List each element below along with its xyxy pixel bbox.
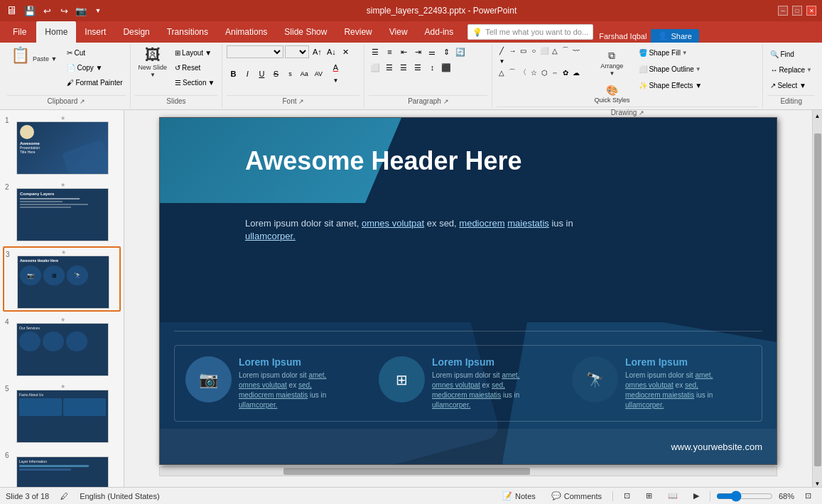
- italic-btn[interactable]: I: [241, 67, 254, 80]
- comments-button[interactable]: 💬 Comments: [546, 489, 607, 503]
- underline-btn[interactable]: U: [255, 67, 268, 80]
- slide-sorter-btn[interactable]: ⊞: [641, 489, 657, 503]
- slideshow-btn[interactable]: ▶: [688, 489, 704, 503]
- v-scrollbar[interactable]: ▲ ▼: [812, 110, 822, 487]
- undo-qat-btn[interactable]: ↩: [40, 4, 54, 18]
- change-case-btn[interactable]: Aa: [298, 67, 310, 80]
- char-spacing-btn[interactable]: AV: [312, 67, 325, 80]
- tab-file[interactable]: File: [3, 21, 36, 43]
- h-scroll-thumb[interactable]: [283, 468, 530, 475]
- font-expand[interactable]: ↗: [298, 98, 304, 105]
- slide-subtitle[interactable]: Lorem ipsum dolor sit amet, omnes volutp…: [245, 217, 762, 243]
- columns-btn[interactable]: ⚌: [426, 45, 438, 58]
- strikethrough-btn[interactable]: S: [269, 67, 282, 80]
- align-left-btn[interactable]: ⬜: [369, 61, 382, 74]
- paste-label[interactable]: Paste ▼: [31, 55, 59, 63]
- shape-circle[interactable]: ○: [529, 45, 539, 55]
- shape-2-6[interactable]: ⎓: [550, 67, 560, 77]
- canvas-scroll[interactable]: LOGO Awesome Header Here Lorem ipsum dol…: [124, 110, 812, 487]
- account-name[interactable]: Farshad Iqbal: [599, 32, 647, 40]
- tab-view[interactable]: View: [381, 21, 416, 43]
- decrease-indent-btn[interactable]: ⇤: [397, 45, 410, 58]
- tab-slideshow[interactable]: Slide Show: [276, 21, 335, 43]
- tab-home[interactable]: Home: [36, 21, 76, 43]
- text-direction-btn[interactable]: ⇕: [440, 45, 453, 58]
- justify-btn[interactable]: ☰: [411, 61, 424, 74]
- clear-format-btn[interactable]: ✕: [339, 45, 352, 58]
- tell-me-box[interactable]: 💡 Tell me what you want to do...: [467, 24, 593, 40]
- tab-transitions[interactable]: Transitions: [158, 21, 217, 43]
- font-size-select[interactable]: [285, 45, 309, 58]
- shape-freeform[interactable]: 〰: [571, 45, 581, 55]
- line-spacing-btn[interactable]: ↕: [426, 61, 438, 74]
- tab-addins[interactable]: Add-ins: [416, 21, 463, 43]
- v-scroll-thumb[interactable]: [814, 133, 821, 466]
- clipboard-expand[interactable]: ↗: [80, 98, 85, 105]
- slide-card-3[interactable]: 🔭 Lorem Ipsum Lorem ipsum dolor sit amet…: [572, 356, 751, 410]
- shape-2-7[interactable]: ✿: [561, 67, 570, 77]
- minimize-btn[interactable]: ─: [778, 6, 788, 16]
- slide-title[interactable]: Awesome Header Here: [245, 146, 762, 176]
- slide-item-3[interactable]: 3 ★ Awesome Header Here 📷 ⊞: [3, 246, 121, 312]
- tab-animations[interactable]: Animations: [217, 21, 276, 43]
- format-painter-button[interactable]: 🖌 Format Painter: [64, 75, 125, 89]
- shape-curve[interactable]: ⌒: [561, 45, 570, 55]
- slide-item-2[interactable]: 2 ★ Company Layers: [3, 180, 121, 243]
- font-name-select[interactable]: [227, 45, 283, 58]
- customize-qat-btn[interactable]: ▼: [91, 4, 105, 18]
- reading-view-btn[interactable]: 📖: [663, 489, 683, 503]
- shape-2-5[interactable]: ⬡: [539, 67, 549, 77]
- slide-card-2[interactable]: ⊞ Lorem Ipsum Lorem ipsum dolor sit amet…: [379, 356, 558, 410]
- shadow-btn[interactable]: s: [283, 67, 296, 80]
- convert-btn[interactable]: 🔄: [454, 45, 467, 58]
- numbered-list-btn[interactable]: ≡: [383, 45, 396, 58]
- shape-outline-button[interactable]: ⬜ Shape Outline ▼: [636, 62, 705, 76]
- tab-design[interactable]: Design: [114, 21, 158, 43]
- shape-triangle[interactable]: △: [550, 45, 560, 55]
- tab-review[interactable]: Review: [335, 21, 380, 43]
- new-slide-button[interactable]: 🖼 New Slide ▼: [135, 45, 171, 80]
- slide-canvas[interactable]: LOGO Awesome Header Here Lorem ipsum dol…: [159, 117, 777, 465]
- fit-slide-btn[interactable]: ⊡: [800, 489, 816, 503]
- shape-rect[interactable]: ▭: [518, 45, 528, 55]
- tab-insert[interactable]: Insert: [76, 21, 114, 43]
- shape-fill-button[interactable]: 🪣 Shape Fill ▼: [636, 45, 705, 60]
- slide-card-1[interactable]: 📷 Lorem Ipsum Lorem ipsum dolor sit amet…: [185, 356, 364, 410]
- v-scroll-down[interactable]: ▼: [815, 481, 821, 487]
- align-center-btn[interactable]: ☰: [383, 61, 396, 74]
- find-button[interactable]: 🔍 Find: [767, 47, 796, 61]
- normal-view-btn[interactable]: ⊡: [619, 489, 635, 503]
- paste-button[interactable]: 📋 Paste ▼: [7, 45, 63, 64]
- shape-2-4[interactable]: ☆: [529, 67, 539, 77]
- bold-btn[interactable]: B: [227, 67, 239, 80]
- font-color-arrow[interactable]: ▼: [329, 74, 342, 87]
- arrange-button[interactable]: ⧉ Arrange ▼: [590, 45, 633, 81]
- select-button[interactable]: ↗ Select ▼: [767, 78, 809, 92]
- add-remove-cols-btn[interactable]: ⬛: [440, 61, 453, 74]
- shape-2-3[interactable]: 〈: [518, 67, 528, 77]
- paragraph-expand[interactable]: ↗: [443, 98, 449, 105]
- decrease-font-btn[interactable]: A↓: [325, 45, 337, 58]
- increase-indent-btn[interactable]: ⇥: [411, 45, 424, 58]
- slide-item-1[interactable]: 1 ★ Awesome Presentation Title Here: [3, 113, 121, 177]
- shape-arrow[interactable]: →: [507, 45, 517, 55]
- font-color-btn[interactable]: A: [329, 61, 342, 74]
- shape-2-2[interactable]: ⌒: [507, 67, 517, 77]
- redo-qat-btn[interactable]: ↪: [57, 4, 71, 18]
- replace-button[interactable]: ↔ Replace ▼: [767, 62, 815, 77]
- share-button[interactable]: 👤 Share: [651, 29, 698, 43]
- save-qat-btn[interactable]: 💾: [23, 4, 37, 18]
- increase-font-btn[interactable]: A↑: [310, 45, 323, 58]
- shape-line[interactable]: ╱: [497, 45, 507, 55]
- copy-button[interactable]: 📄 Copy ▼: [64, 60, 125, 75]
- shape-2-1[interactable]: △: [497, 67, 507, 77]
- shape-more[interactable]: ⬜: [539, 45, 549, 55]
- slide-item-6[interactable]: 6 ★ Layer Information: [3, 448, 121, 487]
- quick-styles-button[interactable]: 🎨 Quick Styles: [590, 82, 633, 105]
- shape-effects-button[interactable]: ✨ Shape Effects ▼: [636, 78, 705, 92]
- cut-button[interactable]: ✂ Cut: [64, 45, 125, 60]
- slide-item-4[interactable]: 4 ★ Our Services: [3, 314, 121, 378]
- shape-2-8[interactable]: ☁: [571, 67, 581, 77]
- layout-button[interactable]: ⊞ Layout ▼: [172, 45, 217, 60]
- v-scroll-up[interactable]: ▲: [815, 113, 821, 119]
